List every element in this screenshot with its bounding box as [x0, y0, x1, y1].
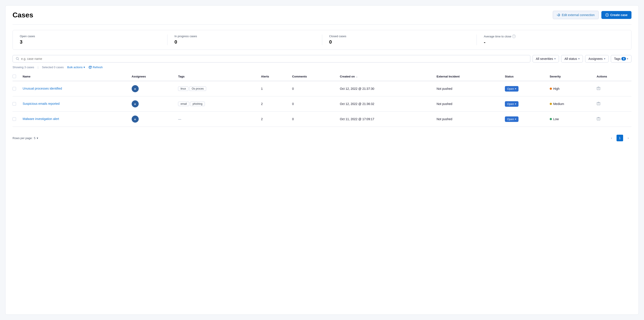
- search-icon: [16, 57, 19, 61]
- rows-per-page-value: 5: [34, 136, 36, 140]
- case-name-link[interactable]: Malware investigation alert: [23, 117, 127, 121]
- avatar: e: [132, 115, 139, 123]
- tag-pill[interactable]: email: [178, 102, 189, 106]
- tags-chevron-icon: ▾: [627, 57, 628, 60]
- alerts-cell: 2: [259, 96, 290, 112]
- col-name: Name: [20, 72, 130, 81]
- tags-count-badge: 4: [621, 57, 626, 61]
- edit-connection-button[interactable]: Edit external connection: [553, 11, 599, 19]
- comments-cell: 0: [290, 81, 338, 96]
- stat-in-progress: In progress cases 0: [174, 35, 322, 45]
- page-1-button[interactable]: 1: [616, 135, 623, 141]
- select-all-checkbox[interactable]: [12, 75, 16, 78]
- delete-button[interactable]: [596, 117, 600, 121]
- next-page-button[interactable]: ›: [625, 135, 632, 141]
- col-alerts: Alerts: [259, 72, 290, 81]
- rows-per-page-control[interactable]: Rows per page: 5 ▾: [12, 136, 38, 140]
- toolbar-separator: |: [38, 66, 38, 69]
- status-cell: Open ▾: [503, 112, 548, 127]
- assignees-cell: e: [130, 112, 176, 127]
- refresh-button[interactable]: Refresh: [88, 66, 103, 69]
- create-case-button[interactable]: Create case: [601, 11, 632, 19]
- svg-rect-6: [597, 87, 600, 90]
- alerts-cell: 1: [259, 81, 290, 96]
- page-header: Cases Edit external connection Create ca…: [12, 11, 632, 19]
- info-icon: ?: [512, 35, 516, 38]
- edit-connection-label: Edit external connection: [562, 13, 594, 17]
- severity-cell: Medium: [548, 96, 594, 112]
- tag-pill[interactable]: phishing: [190, 102, 205, 106]
- bulk-actions-label: Bulk actions: [67, 66, 83, 69]
- row-checkbox[interactable]: [12, 102, 16, 106]
- severity-dot-icon: [550, 118, 552, 120]
- assignees-cell: e: [130, 96, 176, 112]
- tags-cell: —: [176, 112, 259, 127]
- table-row: Unusual processes identifiedelinuxOs pro…: [12, 81, 632, 96]
- stat-avg-value: -: [484, 39, 624, 45]
- status-label: Open: [507, 117, 514, 121]
- comments-cell: 0: [290, 96, 338, 112]
- severity-dot-icon: [550, 103, 552, 105]
- stat-open-cases: Open cases 3: [20, 35, 168, 45]
- row-checkbox[interactable]: [12, 87, 16, 90]
- severity-label: High: [553, 87, 560, 90]
- status-filter[interactable]: All status ▾: [561, 55, 583, 63]
- status-filter-label: All status: [564, 57, 577, 61]
- bulk-actions-button[interactable]: Bulk actions ▾: [67, 66, 85, 69]
- col-actions: Actions: [594, 72, 632, 81]
- created-on-cell: Oct 11, 2022 @ 17:09:17: [338, 112, 434, 127]
- created-on-cell: Oct 12, 2022 @ 21:37:30: [338, 81, 434, 96]
- trash-icon: [596, 86, 600, 90]
- tags-filter[interactable]: Tags 4 ▾: [611, 55, 632, 63]
- status-badge[interactable]: Open ▾: [505, 86, 518, 92]
- actions-cell: [594, 112, 632, 127]
- svg-point-4: [16, 57, 18, 60]
- stat-closed-value: 0: [329, 39, 470, 45]
- col-checkbox: [12, 72, 20, 81]
- search-box[interactable]: [12, 55, 530, 63]
- tag-pill[interactable]: linux: [178, 86, 188, 91]
- stat-open-value: 3: [20, 39, 160, 45]
- comments-cell: 0: [290, 112, 338, 127]
- tag-pill[interactable]: Os proces: [189, 86, 206, 91]
- assignees-filter-label: Assignees: [588, 57, 603, 61]
- refresh-icon: [88, 66, 92, 69]
- delete-button[interactable]: [596, 87, 600, 91]
- connection-icon: [557, 13, 560, 17]
- table-row: Suspicious emails reportedeemailphishing…: [12, 96, 632, 112]
- status-badge[interactable]: Open ▾: [505, 101, 518, 107]
- status-cell: Open ▾: [503, 96, 548, 112]
- col-external-incident: External Incident: [434, 72, 503, 81]
- created-on-sort-icon: ↓: [356, 75, 358, 78]
- pagination: ‹ 1 ›: [608, 135, 632, 141]
- case-name-link[interactable]: Unusual processes identified: [23, 86, 127, 91]
- case-name-link[interactable]: Suspicious emails reported: [23, 102, 127, 106]
- showing-cases-label: Showing 3 cases: [12, 66, 34, 69]
- status-label: Open: [507, 87, 514, 90]
- delete-button[interactable]: [596, 102, 600, 106]
- trash-icon: [596, 117, 600, 121]
- case-name-cell: Unusual processes identified: [20, 81, 130, 96]
- severity-cell: High: [548, 81, 594, 96]
- page-title: Cases: [12, 11, 33, 19]
- col-status: Status: [503, 72, 548, 81]
- svg-rect-10: [597, 103, 600, 105]
- case-name-cell: Malware investigation alert: [20, 112, 130, 127]
- severity-filter[interactable]: All severities ▾: [532, 55, 559, 63]
- search-input[interactable]: [21, 57, 527, 61]
- tags-cell: emailphishing: [176, 96, 259, 112]
- external-incident-cell: Not pushed: [434, 96, 503, 112]
- tags-cell: linuxOs proces: [176, 81, 259, 96]
- col-severity: Severity: [548, 72, 594, 81]
- prev-page-button[interactable]: ‹: [608, 135, 615, 141]
- assignees-cell: e: [130, 81, 176, 96]
- row-checkbox-cell: [12, 81, 20, 96]
- actions-cell: [594, 81, 632, 96]
- status-badge[interactable]: Open ▾: [505, 116, 518, 122]
- plus-circle-icon: [605, 13, 609, 17]
- row-checkbox[interactable]: [12, 117, 16, 121]
- assignees-filter[interactable]: Assignees ▾: [585, 55, 608, 63]
- row-checkbox-cell: [12, 112, 20, 127]
- trash-icon: [596, 101, 600, 105]
- svg-point-0: [558, 15, 559, 16]
